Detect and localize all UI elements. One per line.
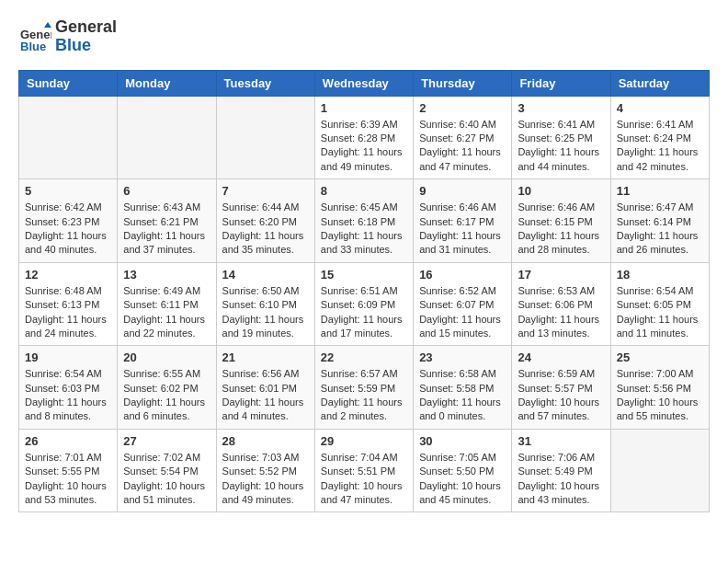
calendar-cell <box>610 429 709 512</box>
cell-text: Sunrise: 6:52 AMSunset: 6:07 PMDaylight:… <box>419 284 506 341</box>
calendar-table: SundayMondayTuesdayWednesdayThursdayFrid… <box>18 70 710 513</box>
day-number: 30 <box>419 434 506 448</box>
svg-marker-2 <box>44 22 51 28</box>
calendar-cell: 29Sunrise: 7:04 AMSunset: 5:51 PMDayligh… <box>314 429 413 512</box>
cell-text: Sunrise: 6:49 AMSunset: 6:11 PMDaylight:… <box>123 284 210 341</box>
calendar-cell: 26Sunrise: 7:01 AMSunset: 5:55 PMDayligh… <box>19 429 118 512</box>
day-number: 9 <box>419 184 506 198</box>
cell-text: Sunrise: 6:58 AMSunset: 5:58 PMDaylight:… <box>419 367 506 424</box>
calendar-cell: 6Sunrise: 6:43 AMSunset: 6:21 PMDaylight… <box>118 179 216 263</box>
cell-text: Sunrise: 7:02 AMSunset: 5:54 PMDaylight:… <box>123 451 210 508</box>
calendar-cell: 13Sunrise: 6:49 AMSunset: 6:11 PMDayligh… <box>118 262 216 346</box>
cell-text: Sunrise: 6:43 AMSunset: 6:21 PMDaylight:… <box>123 201 210 258</box>
weekday-wednesday: Wednesday <box>314 70 413 96</box>
weekday-saturday: Saturday <box>610 70 709 96</box>
cell-text: Sunrise: 7:06 AMSunset: 5:49 PMDaylight:… <box>518 451 604 508</box>
day-number: 27 <box>123 434 210 448</box>
day-number: 28 <box>222 434 309 448</box>
cell-text: Sunrise: 7:04 AMSunset: 5:51 PMDaylight:… <box>321 451 407 508</box>
cell-text: Sunrise: 6:48 AMSunset: 6:13 PMDaylight:… <box>25 284 111 341</box>
logo: General Blue General Blue <box>18 18 117 55</box>
day-number: 10 <box>518 184 604 198</box>
day-number: 17 <box>518 268 604 282</box>
day-number: 11 <box>617 184 703 198</box>
day-number: 16 <box>419 268 506 282</box>
day-number: 6 <box>123 184 210 198</box>
day-number: 25 <box>617 350 703 364</box>
day-number: 20 <box>123 350 210 364</box>
cell-text: Sunrise: 6:54 AMSunset: 6:05 PMDaylight:… <box>617 284 703 341</box>
svg-text:Blue: Blue <box>20 40 46 53</box>
day-number: 2 <box>419 101 506 115</box>
calendar-cell: 15Sunrise: 6:51 AMSunset: 6:09 PMDayligh… <box>314 262 413 346</box>
calendar-cell: 23Sunrise: 6:58 AMSunset: 5:58 PMDayligh… <box>414 346 512 430</box>
cell-text: Sunrise: 6:46 AMSunset: 6:17 PMDaylight:… <box>419 201 506 258</box>
cell-text: Sunrise: 6:57 AMSunset: 5:59 PMDaylight:… <box>321 367 407 424</box>
day-number: 23 <box>419 350 506 364</box>
calendar-cell: 16Sunrise: 6:52 AMSunset: 6:07 PMDayligh… <box>414 262 512 346</box>
calendar-cell: 30Sunrise: 7:05 AMSunset: 5:50 PMDayligh… <box>414 429 512 512</box>
logo-line1: General <box>55 18 117 37</box>
cell-text: Sunrise: 6:51 AMSunset: 6:09 PMDaylight:… <box>321 284 407 341</box>
day-number: 3 <box>518 101 604 115</box>
cell-text: Sunrise: 6:54 AMSunset: 6:03 PMDaylight:… <box>25 367 111 424</box>
calendar-week-3: 12Sunrise: 6:48 AMSunset: 6:13 PMDayligh… <box>19 262 710 346</box>
calendar-cell: 28Sunrise: 7:03 AMSunset: 5:52 PMDayligh… <box>216 429 314 512</box>
day-number: 22 <box>321 350 407 364</box>
weekday-tuesday: Tuesday <box>216 70 314 96</box>
day-number: 7 <box>222 184 309 198</box>
weekday-friday: Friday <box>512 70 610 96</box>
cell-text: Sunrise: 6:41 AMSunset: 6:25 PMDaylight:… <box>518 118 604 175</box>
calendar-cell: 19Sunrise: 6:54 AMSunset: 6:03 PMDayligh… <box>19 346 118 430</box>
calendar-week-4: 19Sunrise: 6:54 AMSunset: 6:03 PMDayligh… <box>19 346 710 430</box>
cell-text: Sunrise: 7:05 AMSunset: 5:50 PMDaylight:… <box>419 451 506 508</box>
day-number: 15 <box>321 268 407 282</box>
calendar-cell: 17Sunrise: 6:53 AMSunset: 6:06 PMDayligh… <box>512 262 610 346</box>
calendar-cell <box>216 96 314 179</box>
calendar-week-2: 5Sunrise: 6:42 AMSunset: 6:23 PMDaylight… <box>19 179 710 263</box>
calendar-cell: 18Sunrise: 6:54 AMSunset: 6:05 PMDayligh… <box>610 262 709 346</box>
calendar-cell: 12Sunrise: 6:48 AMSunset: 6:13 PMDayligh… <box>19 262 118 346</box>
day-number: 8 <box>321 184 407 198</box>
calendar-cell: 7Sunrise: 6:44 AMSunset: 6:20 PMDaylight… <box>216 179 314 263</box>
calendar-cell: 5Sunrise: 6:42 AMSunset: 6:23 PMDaylight… <box>19 179 118 263</box>
day-number: 18 <box>617 268 703 282</box>
day-number: 1 <box>321 101 407 115</box>
calendar-cell: 27Sunrise: 7:02 AMSunset: 5:54 PMDayligh… <box>118 429 216 512</box>
day-number: 14 <box>222 268 309 282</box>
calendar-cell: 21Sunrise: 6:56 AMSunset: 6:01 PMDayligh… <box>216 346 314 430</box>
calendar-cell <box>19 96 118 179</box>
cell-text: Sunrise: 6:42 AMSunset: 6:23 PMDaylight:… <box>25 201 111 258</box>
logo-line2: Blue <box>55 37 117 55</box>
cell-text: Sunrise: 6:55 AMSunset: 6:02 PMDaylight:… <box>123 367 210 424</box>
calendar-week-5: 26Sunrise: 7:01 AMSunset: 5:55 PMDayligh… <box>19 429 710 512</box>
cell-text: Sunrise: 6:46 AMSunset: 6:15 PMDaylight:… <box>518 201 604 258</box>
logo-icon: General Blue <box>18 20 51 53</box>
calendar-cell: 31Sunrise: 7:06 AMSunset: 5:49 PMDayligh… <box>512 429 610 512</box>
day-number: 31 <box>518 434 604 448</box>
calendar-cell: 20Sunrise: 6:55 AMSunset: 6:02 PMDayligh… <box>118 346 216 430</box>
weekday-thursday: Thursday <box>414 70 512 96</box>
calendar-cell: 9Sunrise: 6:46 AMSunset: 6:17 PMDaylight… <box>414 179 512 263</box>
calendar-cell: 1Sunrise: 6:39 AMSunset: 6:28 PMDaylight… <box>314 96 413 179</box>
page-header: General Blue General Blue <box>18 18 710 55</box>
calendar-cell: 2Sunrise: 6:40 AMSunset: 6:27 PMDaylight… <box>414 96 512 179</box>
day-number: 4 <box>617 101 703 115</box>
day-number: 24 <box>518 350 604 364</box>
calendar-cell: 25Sunrise: 7:00 AMSunset: 5:56 PMDayligh… <box>610 346 709 430</box>
cell-text: Sunrise: 6:56 AMSunset: 6:01 PMDaylight:… <box>222 367 309 424</box>
weekday-sunday: Sunday <box>19 70 118 96</box>
calendar-cell <box>118 96 216 179</box>
calendar-cell: 14Sunrise: 6:50 AMSunset: 6:10 PMDayligh… <box>216 262 314 346</box>
cell-text: Sunrise: 6:45 AMSunset: 6:18 PMDaylight:… <box>321 201 407 258</box>
day-number: 13 <box>123 268 210 282</box>
day-number: 29 <box>321 434 407 448</box>
calendar-cell: 22Sunrise: 6:57 AMSunset: 5:59 PMDayligh… <box>314 346 413 430</box>
weekday-header-row: SundayMondayTuesdayWednesdayThursdayFrid… <box>19 70 710 96</box>
cell-text: Sunrise: 6:59 AMSunset: 5:57 PMDaylight:… <box>518 367 604 424</box>
calendar-cell: 10Sunrise: 6:46 AMSunset: 6:15 PMDayligh… <box>512 179 610 263</box>
cell-text: Sunrise: 7:03 AMSunset: 5:52 PMDaylight:… <box>222 451 309 508</box>
calendar-week-1: 1Sunrise: 6:39 AMSunset: 6:28 PMDaylight… <box>19 96 710 179</box>
cell-text: Sunrise: 6:53 AMSunset: 6:06 PMDaylight:… <box>518 284 604 341</box>
day-number: 19 <box>25 350 111 364</box>
